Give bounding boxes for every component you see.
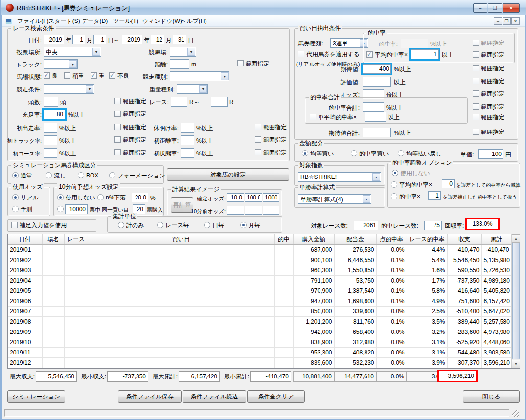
odds-range-checkbox[interactable]: 範囲指定 <box>473 90 504 98</box>
maximize-button[interactable]: ❐ <box>488 3 502 13</box>
first-run-range-checkbox[interactable]: 範囲指定 <box>114 123 146 131</box>
table-row[interactable]: 2019/07850,000339,6000.0%2.5%-510,4005,6… <box>8 306 511 316</box>
target-horses-button[interactable]: 対象馬の設定 <box>167 168 289 181</box>
tenmin-odds-input-1[interactable] <box>245 206 262 215</box>
table-row[interactable]: 2019/04791,10053,7500.0%1.7%-737,3504,98… <box>8 275 511 286</box>
hit-total-input[interactable] <box>363 102 384 112</box>
tenmin-odds-input-0[interactable] <box>227 206 244 215</box>
single-avg-input[interactable] <box>365 112 386 122</box>
hit-adjust-option-notuse[interactable]: 使用しない <box>392 169 430 177</box>
eval-range-checkbox[interactable]: 範囲指定 <box>473 77 504 85</box>
hit-total-range-checkbox[interactable]: 範囲指定 <box>473 103 504 111</box>
col-header-purchase[interactable]: 購入金額 <box>293 234 334 244</box>
dropdown-arrow-icon[interactable]: ▼ <box>221 72 229 80</box>
odds-real-radio[interactable]: リアル <box>12 194 39 201</box>
date-to-month-input[interactable] <box>151 35 164 44</box>
first-course-input[interactable] <box>44 148 57 158</box>
col-header-total[interactable]: 累計 <box>481 234 511 244</box>
dropdown-arrow-icon[interactable]: ▼ <box>86 85 93 93</box>
distance-range-checkbox[interactable]: 範囲指定 <box>237 60 269 67</box>
table-row[interactable]: 2019/05970,9001,387,5400.1%5.8%416,6405,… <box>8 286 511 296</box>
target-index-select[interactable]: RB☆STRIKE!▼ <box>298 172 381 182</box>
table-row[interactable]: 2019/06947,0001,698,6000.1%4.9%751,6006,… <box>8 296 511 306</box>
table-row[interactable]: 2019/03960,3001,550,8500.1%1.6%590,5505,… <box>8 265 511 275</box>
proxy-ticket-checkbox[interactable]: 代用馬券を適用する <box>298 50 360 58</box>
mdi-restore-button[interactable]: ❐ <box>503 17 511 25</box>
agg-option-per-race[interactable]: レース毎 <box>157 221 189 229</box>
table-row[interactable]: 2019/10838,900312,9800.0%3.1%-525,9204,4… <box>8 337 511 347</box>
tenmin-votes-radio[interactable] <box>57 205 66 213</box>
composition-option-normal[interactable]: 通常 <box>12 172 32 179</box>
dropdown-arrow-icon[interactable]: ▼ <box>187 48 195 56</box>
col-header-bet[interactable]: 買い目 <box>88 234 274 244</box>
heads-input[interactable] <box>44 97 58 107</box>
single-avg-checkbox[interactable]: 単平均的中率× <box>310 113 357 121</box>
race-no-from-input[interactable] <box>171 97 187 107</box>
fill-rate-range-checkbox[interactable]: 範囲指定 <box>114 110 146 118</box>
avg-hit-range-checkbox[interactable]: 範囲指定 <box>473 51 504 59</box>
table-scrollbar[interactable]: ▲ ▼ <box>511 234 520 368</box>
target-races-input[interactable] <box>354 221 378 230</box>
hit-adjust-hit-input[interactable] <box>428 191 441 200</box>
col-header-place[interactable]: 場名 <box>42 234 64 244</box>
race-no-to-input[interactable] <box>211 97 228 107</box>
distance-input[interactable] <box>170 59 189 69</box>
first-state-input[interactable] <box>181 148 194 158</box>
menu-data[interactable]: データ(D) <box>79 17 111 26</box>
single-avg-range-checkbox[interactable]: 範囲指定 <box>473 113 504 121</box>
date-to-day-input[interactable] <box>173 35 186 44</box>
date-from-year-input[interactable] <box>44 35 64 44</box>
first-state-range-checkbox[interactable]: 範囲指定 <box>255 149 287 156</box>
table-row[interactable]: 2019/12839,600532,2300.0%3.9%-307,3703,5… <box>8 357 511 368</box>
eval-input[interactable] <box>363 77 391 87</box>
table-row[interactable]: 2019/02900,1006,446,5500.1%5.4%5,546,450… <box>8 255 511 265</box>
composition-option-box[interactable]: BOX <box>78 172 98 179</box>
table-row[interactable]: 2019/01687,000276,5300.0%4.4%-410,470-41… <box>8 244 511 255</box>
heads-range-checkbox[interactable]: 範囲指定 <box>114 97 146 105</box>
table-row[interactable]: 2019/11953,300408,8200.0%3.1%-544,4803,9… <box>8 347 511 357</box>
clear-condition-button[interactable]: 条件全クリア <box>247 390 305 403</box>
win-formula-select[interactable]: 単勝率計算式(4)▼ <box>298 194 371 204</box>
date-to-year-input[interactable] <box>122 35 142 44</box>
dropdown-arrow-icon[interactable]: ▼ <box>92 48 100 56</box>
scroll-up-icon[interactable]: ▲ <box>512 234 520 243</box>
fixed-odds-input-0[interactable] <box>227 193 244 202</box>
fixed-odds-input-2[interactable] <box>263 193 279 202</box>
col-header-balance[interactable]: 収支 <box>447 234 481 244</box>
load-condition-button[interactable]: 条件ファイル読込 <box>183 390 246 403</box>
col-header-payout[interactable]: 配当金 <box>334 234 376 244</box>
first-track-range-checkbox[interactable]: 範囲指定 <box>114 136 146 144</box>
agg-option-total-only[interactable]: 計のみ <box>118 221 144 229</box>
amount-option-equal-refund[interactable]: 均等払い戻し <box>398 150 442 157</box>
menu-tool[interactable]: ツール(T) <box>110 17 141 26</box>
tenmin-votes-input[interactable] <box>65 204 88 214</box>
save-condition-button[interactable]: 条件ファイル保存 <box>118 390 182 403</box>
odds-pred-radio[interactable]: 予測 <box>12 205 32 213</box>
baba-slightly-heavy-checkbox[interactable]: 稍重 <box>64 72 84 80</box>
hit-adjust-avg-input[interactable] <box>442 179 455 188</box>
first-track-input[interactable] <box>44 135 57 145</box>
mdi-close-button[interactable]: ✕ <box>511 17 520 25</box>
col-header-hit[interactable]: 的中 <box>274 234 293 244</box>
baba-good-checkbox[interactable]: 良 <box>44 72 58 80</box>
scrollbar-thumb[interactable] <box>512 243 520 359</box>
col-header-race-rate[interactable]: レース的中率 <box>407 234 447 244</box>
dropdown-arrow-icon[interactable]: ▼ <box>372 173 380 181</box>
first-dist-range-checkbox[interactable]: 範囲指定 <box>255 136 287 144</box>
first-course-range-checkbox[interactable]: 範囲指定 <box>114 149 146 156</box>
avg-hit-input[interactable] <box>411 49 439 59</box>
fill-rate-input[interactable] <box>44 110 65 119</box>
resize-grip[interactable] <box>512 410 519 417</box>
dropdown-arrow-icon[interactable]: ▼ <box>199 85 207 93</box>
agg-option-per-day[interactable]: 日毎 <box>204 221 224 229</box>
expect-input[interactable] <box>363 64 391 74</box>
tenmin-drop-input[interactable] <box>132 193 148 202</box>
composition-option-nagashi[interactable]: 流し <box>46 172 66 179</box>
expect-total-input[interactable] <box>363 128 391 137</box>
mdi-minimize-button[interactable]: – <box>494 17 502 25</box>
menu-help[interactable]: ヘルプ(H) <box>178 17 210 26</box>
date-from-month-input[interactable] <box>72 35 85 44</box>
table-row[interactable]: 2019/09942,000658,4000.0%3.2%-283,6004,9… <box>8 327 511 337</box>
col-header-race[interactable]: レース <box>64 234 88 244</box>
simulate-button[interactable]: シミュレーション <box>7 390 65 403</box>
